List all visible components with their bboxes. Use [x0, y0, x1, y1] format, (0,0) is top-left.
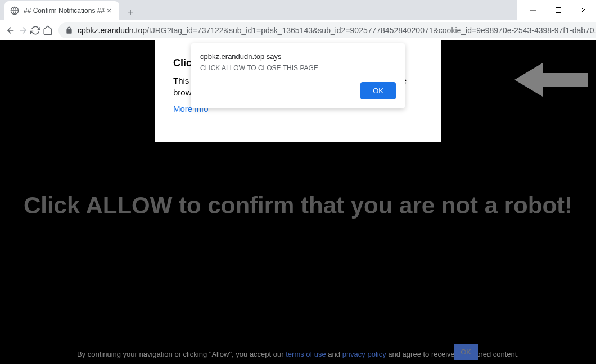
maximize-button[interactable]: [545, 0, 571, 20]
browser-tab[interactable]: ## Confirm Notifications ## ×: [4, 1, 119, 20]
terms-link[interactable]: terms of use: [286, 350, 326, 358]
privacy-link[interactable]: privacy policy: [342, 350, 386, 358]
new-tab-button[interactable]: +: [123, 4, 138, 20]
url-text: cpbkz.erandudn.top/IJRG?tag_id=737122&su…: [78, 26, 596, 35]
dialog-buttons: OK: [200, 82, 396, 99]
footer-ok-button[interactable]: OK: [454, 344, 478, 360]
close-window-button[interactable]: [571, 0, 596, 20]
arrow-icon: [514, 57, 588, 102]
forward-button[interactable]: [18, 22, 28, 38]
footer-consent: By continuing your navigation or clickin…: [0, 350, 596, 358]
lock-icon: [65, 26, 73, 34]
globe-icon: [10, 6, 19, 15]
tab-title: ## Confirm Notifications ##: [24, 7, 105, 15]
dialog-origin: cpbkz.erandudn.top says: [200, 52, 396, 61]
headline-text: Click ALLOW to confirm that you are not …: [0, 192, 596, 219]
page-content: Clic Thisue brow More info cpbkz.erandud…: [0, 40, 596, 364]
close-tab-icon[interactable]: ×: [105, 6, 114, 15]
dialog-message: CLICK ALLOW TO CLOSE THIS PAGE: [200, 64, 396, 72]
reload-button[interactable]: [30, 22, 40, 38]
address-bar[interactable]: cpbkz.erandudn.top/IJRG?tag_id=737122&su…: [58, 22, 596, 38]
javascript-alert-dialog: cpbkz.erandudn.top says CLICK ALLOW TO C…: [191, 43, 405, 108]
back-button[interactable]: [6, 22, 16, 38]
minimize-button[interactable]: [520, 0, 545, 20]
browser-toolbar: cpbkz.erandudn.top/IJRG?tag_id=737122&su…: [0, 20, 596, 40]
svg-rect-2: [556, 8, 561, 13]
home-button[interactable]: [43, 22, 53, 38]
dialog-ok-button[interactable]: OK: [360, 82, 396, 99]
svg-marker-9: [514, 63, 588, 97]
tab-bar: ## Confirm Notifications ## × +: [0, 0, 517, 20]
